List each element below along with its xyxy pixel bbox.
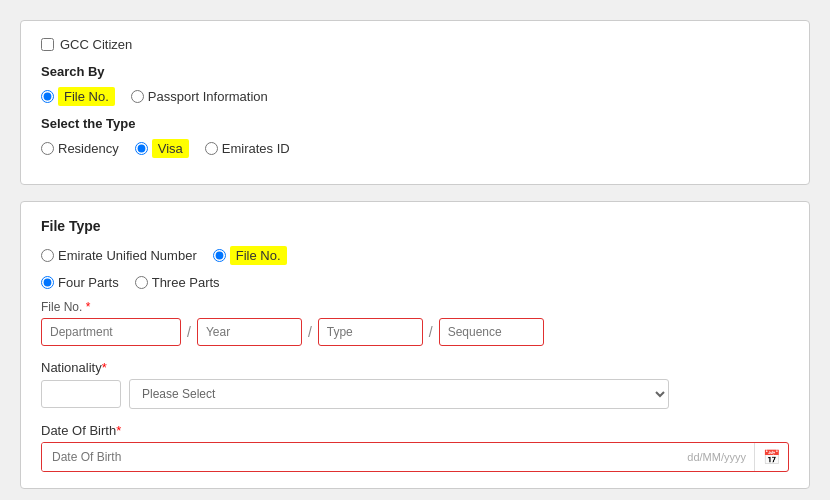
search-by-label: Search By bbox=[41, 64, 789, 79]
year-input[interactable] bbox=[197, 318, 302, 346]
file-type-card: File Type Emirate Unified Number File No… bbox=[20, 201, 810, 489]
nationality-text-input[interactable] bbox=[41, 380, 121, 408]
gcc-row: GCC Citizen bbox=[41, 37, 789, 52]
file-type-title: File Type bbox=[41, 218, 789, 234]
visa-radio[interactable] bbox=[135, 142, 148, 155]
file-no-type-option[interactable]: File No. bbox=[213, 246, 287, 265]
emirates-id-label: Emirates ID bbox=[222, 141, 290, 156]
file-type-options-row: Emirate Unified Number File No. bbox=[41, 246, 789, 265]
emirate-unified-radio[interactable] bbox=[41, 249, 54, 262]
emirates-id-radio[interactable] bbox=[205, 142, 218, 155]
passport-info-option[interactable]: Passport Information bbox=[131, 89, 268, 104]
three-parts-option[interactable]: Three Parts bbox=[135, 275, 220, 290]
department-input[interactable] bbox=[41, 318, 181, 346]
parts-options-row: Four Parts Three Parts bbox=[41, 275, 789, 290]
file-no-field-label: File No. * bbox=[41, 300, 789, 314]
nationality-row: Please Select bbox=[41, 379, 789, 409]
type-group: Residency Visa Emirates ID bbox=[41, 139, 789, 158]
gcc-citizen-label[interactable]: GCC Citizen bbox=[60, 37, 132, 52]
dob-label: Date Of Birth* bbox=[41, 423, 789, 438]
file-no-type-radio[interactable] bbox=[213, 249, 226, 262]
passport-info-label: Passport Information bbox=[148, 89, 268, 104]
nationality-label: Nationality* bbox=[41, 360, 789, 375]
select-type-label: Select the Type bbox=[41, 116, 789, 131]
file-no-label: File No. bbox=[58, 87, 115, 106]
emirate-unified-label: Emirate Unified Number bbox=[58, 248, 197, 263]
separator-1: / bbox=[187, 324, 191, 340]
dob-format-hint: dd/MM/yyyy bbox=[679, 451, 754, 463]
four-parts-option[interactable]: Four Parts bbox=[41, 275, 119, 290]
three-parts-radio[interactable] bbox=[135, 276, 148, 289]
separator-3: / bbox=[429, 324, 433, 340]
file-no-type-label: File No. bbox=[230, 246, 287, 265]
residency-option[interactable]: Residency bbox=[41, 141, 119, 156]
sequence-input[interactable] bbox=[439, 318, 544, 346]
visa-option[interactable]: Visa bbox=[135, 139, 189, 158]
file-inputs-row: / / / bbox=[41, 318, 789, 346]
search-by-group: File No. Passport Information bbox=[41, 87, 789, 106]
file-no-radio[interactable] bbox=[41, 90, 54, 103]
calendar-icon: 📅 bbox=[763, 449, 780, 465]
file-no-option[interactable]: File No. bbox=[41, 87, 115, 106]
type-input[interactable] bbox=[318, 318, 423, 346]
separator-2: / bbox=[308, 324, 312, 340]
emirates-id-option[interactable]: Emirates ID bbox=[205, 141, 290, 156]
calendar-button[interactable]: 📅 bbox=[754, 443, 788, 471]
residency-label: Residency bbox=[58, 141, 119, 156]
emirate-unified-option[interactable]: Emirate Unified Number bbox=[41, 248, 197, 263]
dob-input[interactable] bbox=[42, 443, 679, 471]
nationality-select[interactable]: Please Select bbox=[129, 379, 669, 409]
visa-label: Visa bbox=[152, 139, 189, 158]
three-parts-label: Three Parts bbox=[152, 275, 220, 290]
dob-input-row: dd/MM/yyyy 📅 bbox=[41, 442, 789, 472]
four-parts-label: Four Parts bbox=[58, 275, 119, 290]
four-parts-radio[interactable] bbox=[41, 276, 54, 289]
search-card: GCC Citizen Search By File No. Passport … bbox=[20, 20, 810, 185]
gcc-citizen-checkbox[interactable] bbox=[41, 38, 54, 51]
passport-info-radio[interactable] bbox=[131, 90, 144, 103]
residency-radio[interactable] bbox=[41, 142, 54, 155]
